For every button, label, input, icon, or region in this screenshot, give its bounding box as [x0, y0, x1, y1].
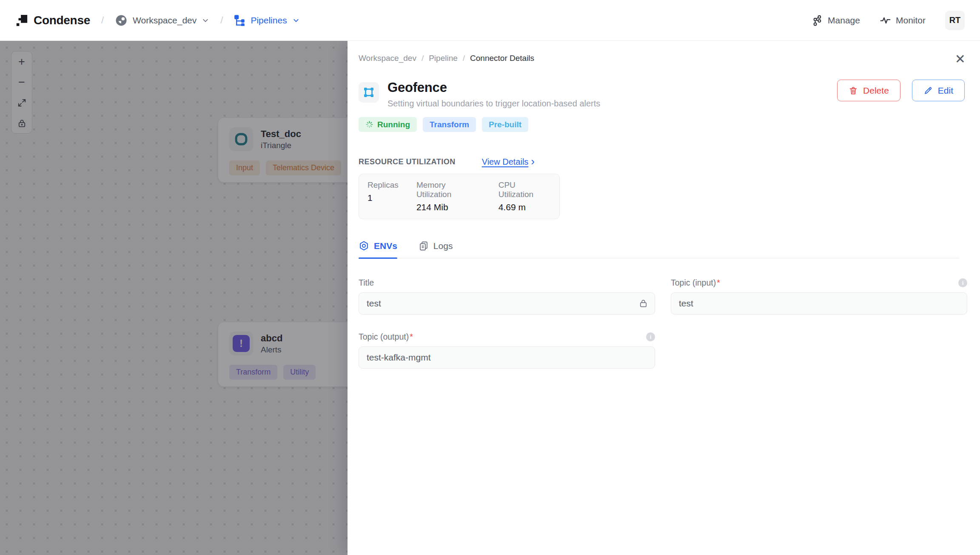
pipelines-icon	[234, 14, 245, 26]
chevron-down-icon	[292, 17, 300, 24]
stat-cpu: CPU Utilization 4.69 m	[499, 180, 551, 212]
resource-utilization-card: Replicas 1 Memory Utilization 214 Mib CP…	[359, 174, 560, 219]
manage-icon	[812, 15, 823, 26]
view-details-link[interactable]: View Details ›	[482, 157, 535, 167]
condense-logo-icon	[15, 14, 28, 27]
topic-input-field[interactable]	[671, 292, 967, 315]
nav-separator: /	[101, 15, 104, 26]
title-input[interactable]	[359, 292, 655, 315]
manage-label: Manage	[828, 15, 860, 26]
breadcrumb-separator: /	[463, 54, 465, 63]
pipelines-menu[interactable]: Pipelines	[234, 14, 299, 26]
connector-details-panel: Workspace_dev / Pipeline / Connector Det…	[348, 41, 980, 555]
stat-memory: Memory Utilization 214 Mib	[416, 180, 481, 212]
breadcrumb-separator: /	[422, 54, 424, 63]
required-mark: *	[717, 278, 720, 287]
tab-label: Logs	[433, 241, 453, 251]
tab-envs[interactable]: ENVs	[359, 240, 397, 258]
workspace-label: Workspace_dev	[133, 15, 197, 26]
tab-logs[interactable]: Logs	[419, 240, 453, 258]
breadcrumb-current: Connector Details	[470, 54, 534, 63]
chevron-right-icon: ›	[531, 156, 535, 167]
detail-tabs: ENVs Logs	[359, 240, 959, 258]
spinner-icon	[365, 120, 373, 129]
breadcrumb: Workspace_dev / Pipeline / Connector Det…	[359, 54, 967, 63]
required-mark: *	[410, 332, 413, 341]
info-icon[interactable]: i	[646, 332, 655, 341]
field-topic-input: Topic (input)* i	[671, 278, 967, 315]
field-topic-output: Topic (output)* i	[359, 332, 655, 369]
pipelines-label: Pipelines	[251, 15, 287, 26]
category-badge-prebuilt: Pre-built	[482, 117, 528, 132]
topic-output-field[interactable]	[359, 346, 655, 369]
info-icon[interactable]: i	[958, 278, 967, 287]
top-navbar: Condense / Workspace_dev /	[0, 0, 980, 41]
lock-icon	[638, 298, 648, 308]
workspace-switcher[interactable]: Workspace_dev	[115, 14, 209, 27]
nav-separator: /	[220, 15, 223, 26]
pipeline-canvas[interactable]: + −	[0, 41, 348, 555]
breadcrumb-workspace[interactable]: Workspace_dev	[359, 54, 416, 63]
manage-button[interactable]: Manage	[812, 15, 860, 26]
stat-replicas: Replicas 1	[368, 180, 399, 212]
envs-form: Title Topic (input)* i	[359, 278, 967, 369]
badge-label: Running	[377, 120, 410, 129]
canvas-dim-overlay	[0, 41, 348, 555]
logs-document-icon	[419, 241, 429, 251]
workspace-icon	[115, 14, 128, 27]
pencil-icon	[923, 86, 933, 95]
breadcrumb-pipeline[interactable]: Pipeline	[429, 54, 458, 63]
brand-name: Condense	[34, 14, 90, 27]
field-label: Title	[359, 278, 374, 288]
edit-label: Edit	[938, 86, 953, 96]
monitor-icon	[880, 14, 891, 26]
field-label: Topic (output)*	[359, 332, 413, 342]
hexagon-settings-icon	[359, 240, 369, 251]
monitor-label: Monitor	[896, 15, 926, 26]
delete-button[interactable]: Delete	[837, 80, 900, 101]
trash-icon	[849, 86, 858, 95]
badge-label: Pre-built	[489, 120, 521, 129]
field-label: Topic (input)*	[671, 278, 720, 288]
monitor-button[interactable]: Monitor	[880, 14, 926, 26]
edit-button[interactable]: Edit	[912, 80, 965, 101]
category-badge-transform: Transform	[423, 117, 476, 132]
tab-label: ENVs	[374, 241, 397, 251]
resource-utilization-heading: RESOURCE UTILIZATION	[359, 157, 456, 166]
delete-label: Delete	[863, 86, 889, 96]
app-root: Condense / Workspace_dev /	[0, 0, 980, 555]
chevron-down-icon	[202, 17, 209, 24]
field-title: Title	[359, 278, 655, 315]
user-avatar[interactable]: RT	[945, 11, 965, 30]
status-badge-running: Running	[359, 117, 417, 132]
connector-description: Setting virtual boundaries to trigger lo…	[387, 99, 600, 109]
brand-logo[interactable]: Condense	[15, 14, 90, 27]
badge-label: Transform	[430, 120, 469, 129]
connector-title: Geofence	[387, 80, 600, 95]
close-icon[interactable]: ✕	[955, 53, 966, 66]
geofence-icon	[359, 82, 379, 103]
